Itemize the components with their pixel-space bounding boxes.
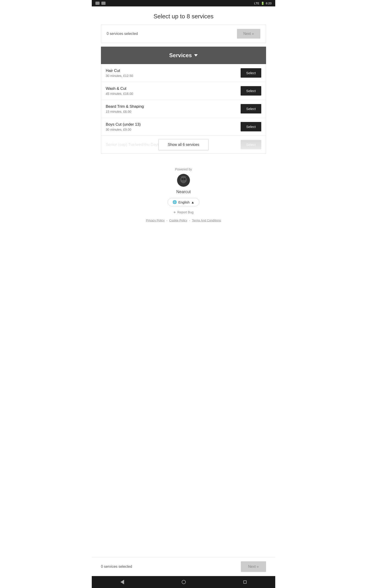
select-button-washandcut[interactable]: Select [241,86,261,95]
android-nav-bar [92,576,275,588]
service-details-haircut: 30 minutes, £12.50 [106,74,133,78]
service-info-washandcut: Wash & Cut 45 minutes, £16.00 [106,86,133,95]
nav-home-button[interactable] [182,580,186,584]
privacy-policy-link[interactable]: Privacy Policy [146,219,165,222]
show-all-overlay: Show all 6 services [101,136,266,153]
services-header-title: Services [106,52,261,59]
legal-separator-2: - [189,219,190,222]
cookie-policy-link[interactable]: Cookie Policy [169,219,187,222]
status-bar-right: LTE 🔋 6:20 [254,2,272,5]
globe-icon: 🌐 [173,200,177,204]
service-info-boyscut: Boys Cut (under 13) 30 minutes, £9.00 [106,122,141,131]
service-item-beardtrim: Beard Trim & Shaping 15 minutes, £6.00 S… [101,100,266,118]
nearcut-logo [177,173,190,187]
nav-recent-button[interactable] [243,580,247,584]
next-button-top[interactable]: Next » [237,29,260,39]
nearcut-brand-name: Nearcut [176,190,191,194]
top-selection-bar: 0 services selected Next » [101,25,266,43]
language-caret-icon: ▲ [191,200,194,204]
page-title-container: Select up to 8 services [92,6,275,25]
services-header[interactable]: Services [101,47,266,64]
chevron-down-icon [194,54,198,57]
battery-icon: 🔋 [261,2,265,5]
language-selector-button[interactable]: 🌐 English ▲ [168,198,199,206]
service-info-beardtrim: Beard Trim & Shaping 15 minutes, £6.00 [106,104,144,113]
service-details-beardtrim: 15 minutes, £6.00 [106,110,144,113]
services-title-text: Services [169,52,192,59]
nav-back-button[interactable] [120,580,124,584]
service-name-beardtrim: Beard Trim & Shaping [106,104,144,109]
page-title: Select up to 8 services [96,13,271,20]
powered-by-text: Powered by [175,167,192,171]
service-name-washandcut: Wash & Cut [106,86,133,91]
status-bar-left [95,2,106,5]
service-item-washandcut: Wash & Cut 45 minutes, £16.00 Select [101,82,266,100]
selection-count-top: 0 services selected [107,32,138,36]
show-all-container: Senior (oap) Tue/wed/thu Daytime Select … [101,136,266,154]
service-name-boyscut: Boys Cut (under 13) [106,122,141,127]
report-bug-label: Report Bug [177,210,194,214]
bottom-selection-bar: 0 services selected Next » [92,557,275,576]
back-icon [120,580,124,584]
app-icon-2 [101,2,106,5]
svg-point-7 [181,176,186,178]
legal-links: Privacy Policy - Cookie Policy - Terms A… [146,219,221,222]
legal-separator-1: - [167,219,167,222]
select-button-haircut[interactable]: Select [241,68,261,78]
report-bug-link[interactable]: ✈ Report Bug [173,210,194,214]
terms-conditions-link[interactable]: Terms And Conditions [192,219,221,222]
app-icon-1 [95,2,100,5]
signal-label: LTE [254,2,259,5]
select-button-boyscut[interactable]: Select [241,122,261,131]
recent-icon [243,580,247,584]
service-info-haircut: Hair Cut 30 minutes, £12.50 [106,69,133,78]
next-button-bottom[interactable]: Next » [241,561,266,572]
status-bar: LTE 🔋 6:20 [92,0,275,6]
show-all-services-button[interactable]: Show all 6 services [158,139,209,150]
svg-point-3 [181,180,186,183]
selection-count-bottom: 0 services selected [101,565,132,569]
service-name-haircut: Hair Cut [106,69,133,73]
svg-rect-4 [181,179,183,180]
service-details-boyscut: 30 minutes, £9.00 [106,128,141,131]
language-label: English [178,200,190,204]
time-label: 6:20 [266,2,272,5]
powered-by-section: Powered by Nearcut 🌐 English ▲ ✈ Report … [92,154,275,231]
service-item-boyscut: Boys Cut (under 13) 30 minutes, £9.00 Se… [101,118,266,136]
home-icon [182,580,186,584]
service-item-haircut: Hair Cut 30 minutes, £12.50 Select [101,64,266,82]
select-button-beardtrim[interactable]: Select [241,104,261,113]
services-list: Hair Cut 30 minutes, £12.50 Select Wash … [101,64,266,136]
bug-icon: ✈ [173,211,176,214]
svg-rect-5 [184,179,186,180]
service-details-washandcut: 45 minutes, £16.00 [106,92,133,95]
